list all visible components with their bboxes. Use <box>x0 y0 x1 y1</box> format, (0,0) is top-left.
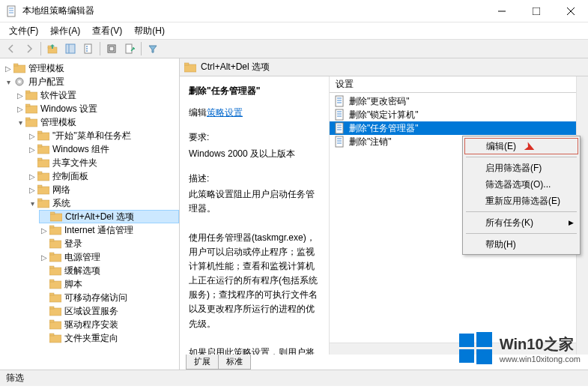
svg-rect-44 <box>49 226 54 228</box>
window-controls <box>485 0 588 22</box>
tree-label: Windows 设置 <box>40 103 97 115</box>
close-button[interactable] <box>554 0 588 22</box>
app-icon <box>6 5 18 17</box>
svg-rect-82 <box>476 349 492 364</box>
minimize-button[interactable] <box>485 0 519 22</box>
svg-rect-31 <box>37 146 49 154</box>
tree-label: 用户配置 <box>28 76 64 88</box>
properties-button[interactable] <box>80 40 97 57</box>
tree-item-removable-storage[interactable]: ▷可移动存储访问 <box>39 291 179 304</box>
context-menu-help[interactable]: 帮助(H) <box>464 236 578 253</box>
settings-list-header[interactable]: 设置 <box>330 76 588 93</box>
menu-action[interactable]: 操作(A) <box>44 23 86 39</box>
cm-label: 编辑(E) <box>486 140 516 153</box>
tree-item-user-config[interactable]: ▾用户配置 <box>3 75 179 88</box>
context-menu-separator <box>466 211 577 212</box>
export-button[interactable] <box>121 40 138 57</box>
tree-item-admin-templates[interactable]: ▾管理模板 <box>15 115 179 129</box>
policy-icon <box>334 136 346 148</box>
tree-item-ctrl-alt-del[interactable]: ▷Ctrl+Alt+Del 选项 <box>39 210 179 223</box>
tree-label: 登录 <box>64 238 82 250</box>
policy-row-change-password[interactable]: 删除"更改密码" <box>330 94 588 108</box>
tree-label: 区域设置服务 <box>64 305 118 318</box>
folder-icon <box>37 171 49 181</box>
policy-icon <box>334 122 346 134</box>
maximize-button[interactable] <box>519 0 554 22</box>
svg-rect-17 <box>109 46 114 51</box>
svg-rect-0 <box>7 6 15 16</box>
folder-icon <box>49 306 61 316</box>
policy-name: 删除"任务管理器" <box>189 84 320 98</box>
context-menu-reapply-filter[interactable]: 重新应用筛选器(E) <box>464 193 578 209</box>
svg-rect-39 <box>37 200 49 208</box>
nav-forward-button[interactable] <box>21 40 37 57</box>
context-menu-filter-options[interactable]: 筛选器选项(O)... <box>464 176 578 193</box>
window-title: 本地组策略编辑器 <box>22 4 485 17</box>
tree-item-control-panel[interactable]: ▷控制面板 <box>27 169 179 183</box>
svg-rect-24 <box>25 91 30 93</box>
svg-rect-46 <box>49 239 54 241</box>
svg-rect-27 <box>25 119 37 127</box>
tree-item-folder-redirect[interactable]: ▷文件夹重定向 <box>39 331 179 345</box>
tab-extended[interactable]: 扩展 <box>186 355 219 370</box>
tree-item-start-menu[interactable]: ▷"开始"菜单和任务栏 <box>27 129 179 142</box>
tree-item-windows-components[interactable]: ▷Windows 组件 <box>27 142 179 156</box>
menu-help[interactable]: 帮助(H) <box>128 23 171 39</box>
tree-item-software-settings[interactable]: ▷软件设置 <box>15 88 179 102</box>
up-button[interactable] <box>44 40 61 57</box>
svg-rect-30 <box>37 131 42 133</box>
svg-rect-75 <box>336 136 343 147</box>
tree-label: Ctrl+Alt+Del 选项 <box>65 211 134 223</box>
title-bar: 本地组策略编辑器 <box>0 0 588 22</box>
tree-item-logon[interactable]: ▷登录 <box>39 237 179 250</box>
status-bar: 筛选 <box>0 370 588 386</box>
tree-pane[interactable]: ▷管理模板 ▾用户配置 ▷软件设置 ▷Windows 设置 ▾管理模板 ▷"开始… <box>0 58 180 370</box>
policy-icon <box>334 95 346 107</box>
status-text: 筛选 <box>6 372 24 385</box>
tab-standard[interactable]: 标准 <box>218 355 251 370</box>
svg-rect-42 <box>50 212 55 214</box>
folder-icon <box>184 62 196 73</box>
watermark-title: Win10之家 <box>500 334 581 355</box>
edit-policy-link[interactable]: 策略设置 <box>207 107 243 118</box>
refresh-button[interactable] <box>103 40 120 57</box>
tree-item-system[interactable]: ▾系统 <box>27 196 179 210</box>
context-menu: 编辑(E) 启用筛选器(F) 筛选器选项(O)... 重新应用筛选器(E) 所有… <box>462 136 581 255</box>
tree-item-windows-settings[interactable]: ▷Windows 设置 <box>15 102 179 115</box>
tree-item-internet-comm[interactable]: ▷Internet 通信管理 <box>39 223 179 237</box>
context-menu-all-tasks[interactable]: 所有任务(K)▶ <box>464 214 578 231</box>
svg-rect-52 <box>49 280 54 282</box>
desc-para: 此策略设置阻止用户启动任务管理器。 <box>189 187 320 216</box>
svg-rect-25 <box>25 106 37 113</box>
filter-button[interactable] <box>145 40 161 57</box>
svg-rect-5 <box>533 7 540 15</box>
toolbar-separator <box>40 42 41 55</box>
tree-item-scripts[interactable]: ▷脚本 <box>39 277 179 291</box>
tree-label: Internet 通信管理 <box>64 224 133 237</box>
tree-item-driver-install[interactable]: ▷驱动程序安装 <box>39 318 179 331</box>
tree-item-shared-folders[interactable]: ▷共享文件夹 <box>27 156 179 169</box>
folder-icon <box>25 90 37 100</box>
menu-file[interactable]: 文件(F) <box>3 23 44 39</box>
tree-item-network[interactable]: ▷网络 <box>27 183 179 196</box>
context-menu-enable-filter[interactable]: 启用筛选器(F) <box>464 160 578 176</box>
tree-label: 文件夹重定向 <box>64 332 118 345</box>
tree-item-locale-services[interactable]: ▷区域设置服务 <box>39 304 179 318</box>
tree-item-power-mgmt[interactable]: ▷电源管理 <box>39 250 179 264</box>
menu-view[interactable]: 查看(V) <box>86 23 128 39</box>
svg-rect-35 <box>37 173 49 181</box>
policy-row-lock-computer[interactable]: 删除"锁定计算机" <box>330 108 588 121</box>
folder-icon <box>25 103 37 114</box>
policy-row-task-manager[interactable]: 删除"任务管理器" <box>330 121 588 135</box>
tree-item-mitigation[interactable]: ▷缓解选项 <box>39 264 179 277</box>
tree-item-admin-templates-root[interactable]: ▷管理模板 <box>3 61 179 75</box>
folder-icon <box>49 238 61 249</box>
edit-prefix: 编辑 <box>189 107 207 118</box>
nav-back-button[interactable] <box>3 40 19 57</box>
folder-icon <box>37 184 49 195</box>
svg-rect-20 <box>13 64 18 66</box>
folder-icon <box>49 319 61 330</box>
folder-icon <box>49 225 61 235</box>
show-hide-tree-button[interactable] <box>62 40 79 57</box>
svg-rect-55 <box>49 308 61 316</box>
